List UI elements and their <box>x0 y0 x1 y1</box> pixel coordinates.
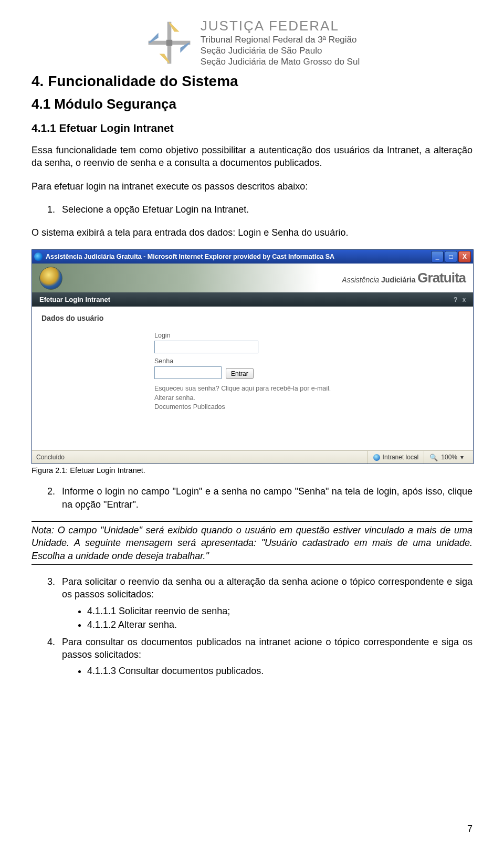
svg-rect-2 <box>166 40 172 46</box>
step-3-bullet-2: 4.1.1.2 Alterar senha. <box>87 618 472 632</box>
security-zone-label: Intranet local <box>383 454 419 461</box>
window-title: Assistência Judiciária Gratuita - Micros… <box>46 253 431 260</box>
header-line-4: Seção Judiciária de Mato Grosso do Sul <box>201 57 360 67</box>
form-section-label: Dados do usuário <box>41 314 464 322</box>
zoom-level: 100% <box>441 454 457 461</box>
zoom-icon: 🔍 <box>429 454 438 461</box>
minimize-button[interactable]: _ <box>431 251 444 262</box>
logo-justica-federal <box>144 18 194 68</box>
step-4: Para consultar os documentos publicados … <box>58 636 472 678</box>
senha-input[interactable] <box>154 366 222 379</box>
step-2: Informe o login no campo "Login" e a sen… <box>58 485 472 511</box>
entrar-button[interactable]: Entrar <box>226 368 254 379</box>
panel-close-icon[interactable]: x <box>463 296 466 303</box>
letterhead: JUSTIÇA FEDERAL Tribunal Regional Federa… <box>32 16 472 68</box>
banner-gratuita: Gratuita <box>417 270 466 286</box>
step-3-text: Para solicitar o reenvio da senha ou a a… <box>62 576 472 599</box>
header-line-2: Tribunal Regional Federal da 3ª Região <box>201 35 360 45</box>
page-breadcrumb-bar: Efetuar Login Intranet ? x <box>32 292 473 307</box>
login-label: Login <box>154 332 464 339</box>
app-banner: Assistência Judiciária Gratuita <box>32 264 473 292</box>
app-title: Assistência Judiciária Gratuita <box>342 270 466 286</box>
close-button[interactable]: X <box>458 251 471 262</box>
banner-judiciaria: Judiciária <box>379 276 417 284</box>
step-3-bullet-1: 4.1.1.1 Solicitar reenvio de senha; <box>87 604 472 618</box>
step-1: Selecione a opção Efetuar Login na Intra… <box>58 203 472 216</box>
forgot-password-link[interactable]: Esqueceu sua senha? Clique aqui para rec… <box>154 384 464 394</box>
step-4-bullet-1: 4.1.1.3 Consultar documentos publicados. <box>87 664 472 678</box>
intro-paragraph: Essa funcionalidade tem como objetivo po… <box>32 144 472 170</box>
ie-icon <box>34 252 43 261</box>
brasil-emblem-icon <box>39 267 62 290</box>
heading-4-1-1: 4.1.1 Efetuar Login Intranet <box>32 122 472 134</box>
login-form: Dados do usuário Login Senha Entrar Esqu… <box>32 307 473 450</box>
step-4-text: Para consultar os documentos publicados … <box>62 637 472 660</box>
status-bar: Concluído Intranet local 🔍 100% ▾ <box>32 450 473 464</box>
screenshot-login-window: Assistência Judiciária Gratuita - Micros… <box>32 249 474 464</box>
status-done-label: Concluído <box>36 454 65 461</box>
heading-4-1: 4.1 Módulo Segurança <box>32 96 472 112</box>
note-unidade: Nota: O campo "Unidade" será exibido qua… <box>32 521 472 565</box>
banner-assistencia: Assistência <box>342 276 379 284</box>
instructions-lead: Para efetuar login na intranet execute o… <box>32 180 472 193</box>
zone-icon <box>373 454 380 461</box>
header-line-1: JUSTIÇA FEDERAL <box>201 18 360 34</box>
breadcrumb-title: Efetuar Login Intranet <box>39 296 110 303</box>
login-input[interactable] <box>154 341 258 353</box>
window-titlebar[interactable]: Assistência Judiciária Gratuita - Micros… <box>32 250 473 264</box>
zoom-dropdown-icon[interactable]: ▾ <box>460 454 464 461</box>
heading-4: 4. Funcionalidade do Sistema <box>32 73 472 90</box>
documentos-publicados-link[interactable]: Documentos Publicados <box>154 403 464 412</box>
step-3: Para solicitar o reenvio da senha ou a a… <box>58 575 472 632</box>
header-line-3: Seção Judiciária de São Paulo <box>201 46 360 56</box>
help-icon[interactable]: ? <box>454 296 457 303</box>
system-display-note: O sistema exibirá a tela para entrada do… <box>32 226 472 239</box>
figure-caption: Figura 2.1: Efetuar Login Intranet. <box>32 466 472 475</box>
page-number: 7 <box>467 824 472 835</box>
letterhead-text: JUSTIÇA FEDERAL Tribunal Regional Federa… <box>201 16 360 67</box>
maximize-button[interactable]: □ <box>445 251 457 262</box>
senha-label: Senha <box>154 357 464 365</box>
alterar-senha-link[interactable]: Alterar senha. <box>154 394 464 403</box>
